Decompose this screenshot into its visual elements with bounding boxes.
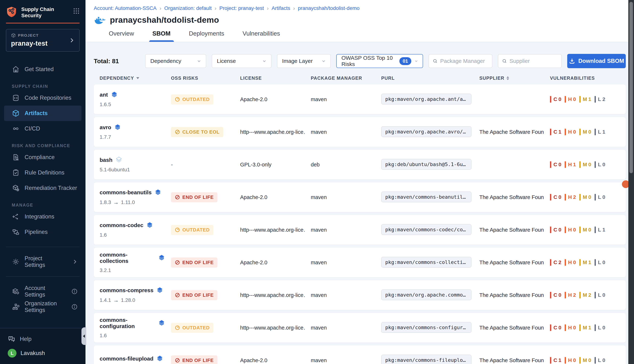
sidebar-item-pipelines[interactable]: Pipelines xyxy=(4,224,82,240)
purl-value[interactable]: pkg:maven/org.apache.avro/avro@1… xyxy=(381,126,471,137)
column-purl[interactable]: PURL xyxy=(375,76,473,81)
page-scrollbar[interactable] xyxy=(628,0,634,364)
license-value: Apache-2.0 xyxy=(234,260,305,266)
dependency-name: commons-codec xyxy=(100,222,143,228)
sidebar-item-ci-cd[interactable]: CI/CD xyxy=(4,121,82,136)
table-row[interactable]: bash 5.1-6ubuntu1 - GPL-3.0-only deb pkg… xyxy=(94,150,626,180)
vulnerability-counts: C1H0M0L1 xyxy=(544,129,626,135)
table-row[interactable]: ant 1.6.5 OUTDATED Apache-2.0 maven pkg:… xyxy=(94,84,626,114)
supplier-value: The Apache Software Foun… xyxy=(473,325,544,331)
table-row[interactable]: commons-configuration 1.6 OUTDATED http-… xyxy=(94,313,626,342)
dependency-name: ant xyxy=(100,92,108,98)
download-sbom-button[interactable]: Download SBOM xyxy=(567,54,626,68)
user-menu[interactable]: L Lavakush xyxy=(0,346,86,361)
nav-divider xyxy=(6,247,80,247)
package-manager-value: maven xyxy=(305,129,375,135)
sbom-table: DEPENDENCY OSS RISKS LICENSE PACKAGE MAN… xyxy=(94,68,626,364)
tab-sbom[interactable]: SBOM xyxy=(150,30,173,42)
column-oss-risks[interactable]: OSS RISKS xyxy=(165,76,234,81)
sidebar-item-project-settings[interactable]: Project Settings xyxy=(4,254,82,270)
package-manager-search xyxy=(429,54,492,68)
purl-value[interactable]: pkg:maven/commons-codec/commons-… xyxy=(381,224,471,235)
column-package-manager[interactable]: PACKAGE MANAGER xyxy=(305,76,375,81)
oss-risk-cell: END OF LIFE xyxy=(165,356,234,364)
image-layer-filter-dropdown[interactable]: Image Layer xyxy=(277,54,331,68)
tab-vulnerabilities[interactable]: Vulnerabilities xyxy=(240,30,282,42)
sidebar-item-help[interactable]: ? Help xyxy=(0,332,86,346)
sidebar-collapse-handle[interactable] xyxy=(82,327,86,345)
sidebar-item-organization-settings[interactable]: Organization Settings xyxy=(4,299,82,314)
layers-icon xyxy=(146,222,153,229)
purl-value[interactable]: pkg:maven/commons-configuration/… xyxy=(381,322,471,333)
nav-item-label: Code Repositories xyxy=(25,94,71,101)
severity-m-count: M0 xyxy=(579,226,591,233)
oss-risk-badge: END OF LIFE xyxy=(171,258,217,268)
table-row[interactable]: commons-fileupload END OF LIFE Apache-2.… xyxy=(94,346,626,364)
column-vulnerabilities[interactable]: VULNERABILITIES xyxy=(544,76,626,81)
sidebar-item-remediation-tracker[interactable]: Remediation Tracker xyxy=(4,180,82,196)
sidebar-item-rule-definitions[interactable]: Rule Definitions xyxy=(4,165,82,180)
supplier-search-input[interactable] xyxy=(509,58,557,64)
breadcrumb-artifacts[interactable]: Artifacts xyxy=(272,5,290,11)
layers-outline-icon xyxy=(115,156,122,164)
module-grid-icon[interactable] xyxy=(73,7,80,15)
table-body: ant 1.6.5 OUTDATED Apache-2.0 maven pkg:… xyxy=(94,84,626,364)
column-license[interactable]: LICENSE xyxy=(234,76,305,81)
sidebar-item-code-repositories[interactable]: Code Repositories xyxy=(4,90,82,106)
sidebar-item-artifacts[interactable]: Artifacts xyxy=(4,106,82,121)
tab-deployments[interactable]: Deployments xyxy=(186,30,227,42)
sidebar-item-integrations[interactable]: Integrations xyxy=(4,209,82,224)
tab-overview[interactable]: Overview xyxy=(106,30,137,42)
info-icon xyxy=(71,304,78,310)
purl-value[interactable]: pkg:maven/org.apache.ant/ant@1.6… xyxy=(381,94,471,104)
chevron-down-icon xyxy=(196,58,202,64)
project-selector[interactable]: PROJECT pranay-test xyxy=(6,29,80,52)
dependency-version: 5.1-6ubuntu1 xyxy=(100,167,165,173)
page-header: Account: Automation-SSCA› Organization: … xyxy=(86,0,634,42)
sidebar-item-get-started[interactable]: Get Started xyxy=(4,62,82,77)
package-manager-value: maven xyxy=(305,96,375,102)
oss-risk-label: OUTDATED xyxy=(182,325,210,331)
table-row[interactable]: commons-collections 3.2.1 END OF LIFE Ap… xyxy=(94,248,626,277)
table-row[interactable]: avro 1.7.7 CLOSE TO EOL http---www.apach… xyxy=(94,117,626,147)
table-row[interactable]: commons-beanutils 1.8.3→1.11.0 END OF LI… xyxy=(94,182,626,212)
purl-value[interactable]: pkg:maven/commons-beanutils/comm… xyxy=(381,192,471,202)
dependency-filter-dropdown[interactable]: Dependency xyxy=(145,54,206,68)
box-wrench-icon xyxy=(12,184,20,192)
oss-risk-cell: END OF LIFE xyxy=(165,290,234,300)
breadcrumb-organization[interactable]: Organization: default xyxy=(164,5,211,11)
sidebar-item-account-settings[interactable]: Account Settings xyxy=(4,284,82,299)
sidebar-item-compliance[interactable]: Compliance xyxy=(4,150,82,165)
oss-risk-badge: END OF LIFE xyxy=(171,356,217,364)
clock-icon xyxy=(175,325,180,330)
license-filter-dropdown[interactable]: License xyxy=(212,54,271,68)
table-header: DEPENDENCY OSS RISKS LICENSE PACKAGE MAN… xyxy=(94,68,626,84)
severity-c-count: C1 xyxy=(550,357,561,364)
purl-value[interactable]: pkg:deb/ubuntu/bash@5.1-6ubuntu1 xyxy=(381,159,471,170)
nav-item-label: CI/CD xyxy=(25,125,40,132)
purl-value[interactable]: pkg:maven/commons-fileupload/… xyxy=(381,355,471,364)
breadcrumb-artifact-name[interactable]: pranaycshah/todolist-demo xyxy=(298,5,360,11)
filter-toolbar: Total: 81 Dependency License Image Layer… xyxy=(94,54,626,68)
column-supplier[interactable]: SUPPLIER xyxy=(473,76,544,81)
table-row[interactable]: commons-codec 1.6 OUTDATED http---www.ap… xyxy=(94,215,626,245)
scrollbar-thumb[interactable] xyxy=(629,2,633,173)
chevron-right-icon xyxy=(72,259,78,265)
package-manager-search-input[interactable] xyxy=(440,58,488,64)
breadcrumb-project[interactable]: Project: pranay-test xyxy=(219,5,264,11)
purl-value[interactable]: pkg:maven/org.apache.commons/com… xyxy=(381,290,471,300)
severity-l-count: L0 xyxy=(594,357,605,364)
purl-value[interactable]: pkg:maven/commons-collections/co… xyxy=(381,257,471,268)
severity-h-count: H0 xyxy=(565,357,576,364)
oss-risk-badge: OUTDATED xyxy=(171,225,213,235)
vulnerability-counts: C0H2M2L0 xyxy=(544,292,626,298)
package-manager-value: maven xyxy=(305,292,375,298)
table-row[interactable]: commons-compress 1.4.1→1.28.0 END OF LIF… xyxy=(94,280,626,310)
breadcrumb-account[interactable]: Account: Automation-SSCA xyxy=(94,5,156,11)
clock-icon xyxy=(175,96,180,102)
severity-c-count: C0 xyxy=(550,292,561,298)
column-dependency[interactable]: DEPENDENCY xyxy=(94,76,165,81)
ban-icon xyxy=(175,358,180,363)
license-value: Apache-2.0 xyxy=(234,194,305,200)
owasp-risks-filter-dropdown[interactable]: OWASP OSS Top 10 Risks 01 xyxy=(336,54,423,68)
